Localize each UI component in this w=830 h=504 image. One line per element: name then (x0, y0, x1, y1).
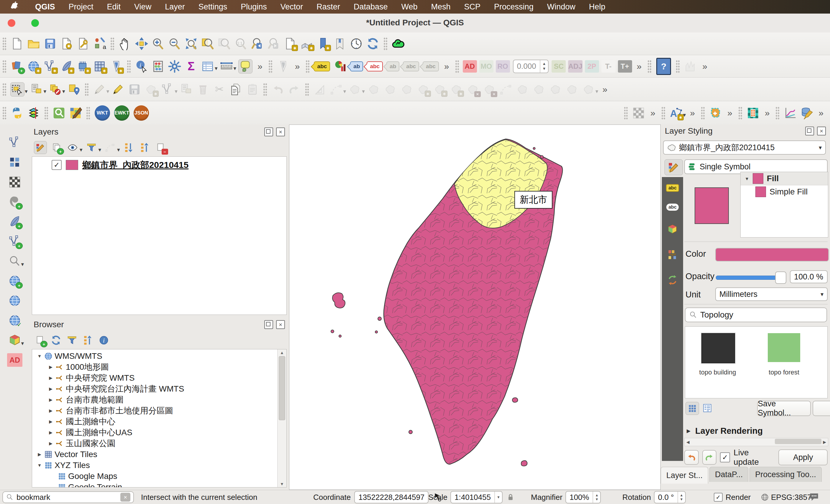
tree-item-wms[interactable]: ▶玉山國家公園 (32, 438, 286, 449)
crs-globe-icon[interactable] (760, 493, 769, 502)
toggle-editing-icon[interactable] (111, 83, 125, 96)
rotation-spinbox[interactable]: 0.0 ° ▲▼ (654, 491, 686, 503)
toolbar-grip[interactable] (661, 106, 665, 120)
advanced-digitizing-button[interactable]: AD (463, 60, 477, 72)
masks-tab-icon[interactable]: abc (666, 203, 679, 211)
pin-labels-icon[interactable]: ab (350, 61, 363, 71)
tab-layer-styling[interactable]: Layer St... (661, 467, 708, 484)
show-bookmarks-icon[interactable] (333, 37, 347, 51)
toolbar-overflow-chevron[interactable]: » (819, 108, 824, 118)
add-wms-layer-icon[interactable]: + (8, 274, 22, 288)
add-polygon-feature-icon[interactable]: ∗ (144, 83, 158, 96)
collapse-all-icon[interactable] (139, 141, 151, 154)
split-features-icon[interactable] (516, 83, 529, 96)
measure-line-icon[interactable] (220, 60, 233, 73)
redo-icon[interactable] (288, 83, 301, 96)
menu-database[interactable]: Database (347, 2, 395, 11)
tree-item-wms[interactable]: ▶台南市非都市土地使用分區圖 (32, 405, 286, 416)
toolbar-grip[interactable] (127, 60, 131, 73)
delete-part-icon[interactable]: × (483, 83, 496, 96)
toolbar-overflow-chevron[interactable]: » (444, 61, 449, 71)
collapse-all-icon[interactable] (82, 334, 94, 346)
tree-item-xyz[interactable]: Google Maps (32, 471, 286, 481)
move-label-icon[interactable]: ab (386, 61, 400, 71)
rotate-feature-icon[interactable] (367, 83, 381, 96)
toolbar-grip[interactable] (2, 83, 6, 96)
toolbar-overflow-chevron[interactable]: » (295, 61, 300, 71)
tree-item-wms[interactable]: ▶中央研究院 WMTS (32, 372, 286, 383)
wkt-button[interactable]: WKT (95, 105, 110, 121)
refresh-map-icon[interactable] (366, 37, 380, 51)
data-source-manager-icon[interactable]: + (10, 60, 24, 73)
style-manager-tab-icon[interactable] (666, 248, 679, 261)
labels-tab-icon[interactable]: abc (666, 184, 679, 192)
cut-features-icon[interactable]: ✂ (213, 83, 226, 96)
highlight-pinned-labels-icon[interactable]: abc (366, 61, 383, 71)
osm-edit-icon[interactable] (69, 106, 82, 120)
apply-button[interactable]: Apply (778, 449, 828, 465)
toolbar-grip[interactable] (2, 106, 6, 120)
serval-raster-icon[interactable] (746, 106, 760, 120)
toolbar-grip[interactable] (306, 60, 310, 73)
toolbar-overflow-chevron[interactable]: » (602, 85, 607, 94)
menu-window[interactable]: Window (540, 2, 582, 11)
zoom-out-icon[interactable] (168, 37, 182, 51)
fill-node[interactable]: ▼ Fill (741, 172, 828, 185)
fill-ring-icon[interactable]: ∗ (449, 83, 463, 96)
close-panel-button[interactable]: × (276, 320, 285, 329)
tree-item-wms[interactable]: ▶國土測繪中心UAS (32, 427, 286, 438)
toolbar-grip[interactable] (624, 106, 628, 120)
move-feature-icon[interactable] (348, 83, 362, 96)
symbology-tab-icon[interactable] (665, 159, 683, 175)
filter-legend-icon[interactable] (85, 141, 98, 154)
raster-histogram-icon[interactable] (684, 60, 697, 73)
new-mesh-layer-icon[interactable]: ∗ (93, 60, 106, 73)
float-panel-button[interactable] (805, 127, 814, 135)
layer-labeling-icon[interactable]: abc (314, 61, 330, 71)
expand-all-icon[interactable] (123, 141, 135, 154)
add-polygon-plugin-icon[interactable] (709, 106, 722, 120)
messages-icon[interactable] (809, 492, 819, 503)
select-by-form-icon[interactable] (30, 83, 43, 96)
properties-widget-icon[interactable] (98, 334, 110, 346)
new-shapefile-layer-icon[interactable]: ∗ (43, 60, 57, 73)
georeferencer-icon[interactable] (8, 175, 22, 189)
tree-item-wms[interactable]: ▶1000地形圖 (32, 361, 286, 372)
layout-manager-icon[interactable] (60, 37, 73, 51)
toolbar-grip[interactable] (86, 106, 90, 120)
icon-view-button[interactable] (685, 402, 699, 415)
delete-selected-icon[interactable] (196, 83, 210, 96)
layout-checker-icon[interactable] (632, 106, 645, 120)
add-group-icon[interactable]: + (51, 141, 63, 154)
copy-features-icon[interactable] (229, 83, 243, 96)
simple-fill-node[interactable]: Simple Fill (741, 185, 828, 198)
simplify-feature-icon[interactable] (383, 83, 397, 96)
dropdown-arrow-icon[interactable]: ▾ (215, 65, 218, 72)
menu-settings[interactable]: Settings (192, 2, 234, 11)
zoom-last-icon[interactable] (250, 37, 264, 51)
toolbar-grip[interactable] (2, 37, 6, 50)
delete-ring-icon[interactable]: × (466, 83, 480, 96)
unit-selector[interactable]: Millimeters ▾ (715, 287, 828, 301)
toolbar-grip[interactable] (647, 60, 651, 73)
search-plugin-icon[interactable] (52, 106, 66, 120)
rotate-point-symbols-icon[interactable] (565, 83, 579, 96)
zoom-full-icon[interactable] (184, 37, 198, 51)
menu-scp[interactable]: SCP (457, 2, 487, 11)
menu-edit[interactable]: Edit (100, 2, 128, 11)
dropdown-arrow-icon[interactable]: ▾ (98, 146, 101, 153)
digitize-curve-icon[interactable] (329, 83, 343, 96)
scrollbar-thumb[interactable] (279, 356, 285, 420)
float-panel-button[interactable] (264, 320, 273, 329)
tree-item-xyz[interactable]: Google Terrain (32, 481, 286, 487)
add-part-icon[interactable]: ∗ (433, 83, 447, 96)
ewkt-button[interactable]: EWKT (114, 105, 129, 121)
qgis2threejs-icon[interactable]: ▾ (8, 334, 22, 347)
add-ring-icon[interactable]: ∗ (416, 83, 430, 96)
toolbar-grip[interactable] (85, 83, 89, 96)
layer-visibility-checkbox[interactable]: ✓ (52, 160, 62, 170)
new-bookmark-icon[interactable]: ∗ (317, 37, 330, 51)
scrollbar-thumb[interactable] (775, 439, 822, 444)
vertex-tool-icon[interactable] (161, 83, 174, 96)
toolbar-grip[interactable] (701, 106, 705, 120)
